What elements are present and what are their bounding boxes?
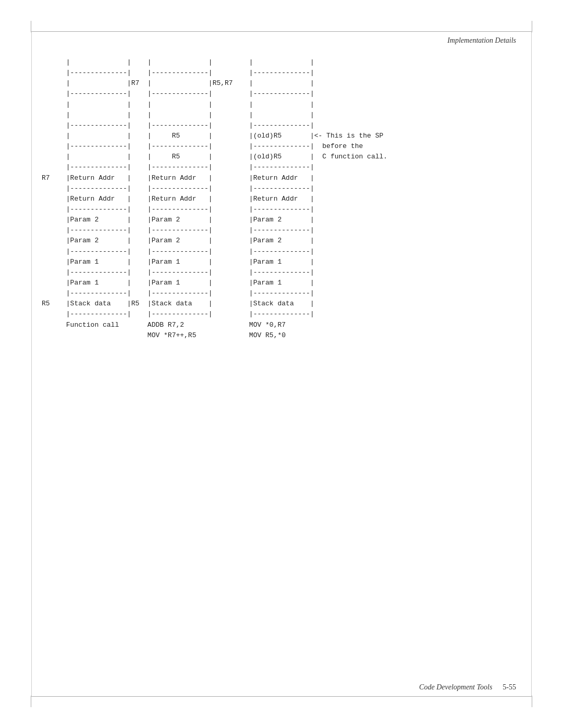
page-border-right: [531, 31, 532, 697]
page-border-bottom: [31, 696, 532, 697]
border-tick-top-right: [532, 21, 532, 32]
border-tick-bottom-right: [532, 696, 532, 707]
diagram-pre: | | | | | | |--------------| |----------…: [42, 57, 521, 341]
page-footer: Code Development Tools 5-55: [419, 683, 516, 692]
footer-page: 5-55: [503, 683, 516, 692]
border-tick-bottom-left: [31, 696, 31, 707]
page-border-top: [31, 31, 532, 32]
main-content: | | | | | | |--------------| |----------…: [42, 57, 521, 341]
header-title: Implementation Details: [447, 36, 516, 44]
page-border-left: [31, 31, 32, 697]
border-tick-top-left: [31, 21, 31, 32]
page-header: Implementation Details: [447, 36, 516, 45]
footer-title: Code Development Tools: [419, 683, 492, 692]
